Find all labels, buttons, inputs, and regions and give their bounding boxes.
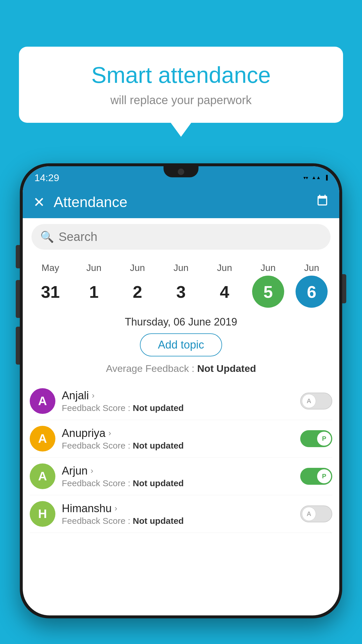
status-time: 14:29 <box>34 172 59 183</box>
search-icon: 🔍 <box>40 230 54 243</box>
avg-feedback-value: Not Updated <box>197 363 256 374</box>
toggle-track: P <box>300 468 332 485</box>
battery-icon: ▐ <box>324 175 328 180</box>
date-number: 4 <box>208 276 240 308</box>
date-month: May <box>41 262 59 273</box>
toggle-track: A <box>300 505 332 522</box>
app-bar: ✕ Attendance <box>23 186 339 218</box>
attendance-toggle[interactable]: A <box>300 505 332 522</box>
speech-bubble: Smart attendance will replace your paper… <box>19 47 343 123</box>
student-row[interactable]: AAnupriya ›Feedback Score : Not updatedP <box>30 420 332 458</box>
date-item[interactable]: Jun1 <box>75 262 113 308</box>
add-topic-button[interactable]: Add topic <box>140 333 222 356</box>
date-month: Jun <box>130 262 145 273</box>
selected-date-label: Thursday, 06 June 2019 <box>23 316 339 328</box>
date-item[interactable]: May31 <box>31 262 69 308</box>
toggle-thumb: P <box>317 432 331 446</box>
phone-container: 14:29 ▾▾ ▲▲ ▐ ✕ Attendance 🔍 <box>20 163 342 644</box>
student-row[interactable]: HHimanshu ›Feedback Score : Not updatedA <box>30 495 332 533</box>
avatar: A <box>30 388 55 414</box>
toggle-track: P <box>300 430 332 447</box>
date-month: Jun <box>86 262 101 273</box>
volume-down-button[interactable] <box>16 280 20 318</box>
phone-outer: 14:29 ▾▾ ▲▲ ▐ ✕ Attendance 🔍 <box>20 163 342 618</box>
toggle-thumb: A <box>302 507 316 521</box>
feedback-score: Feedback Score : Not updated <box>62 441 294 451</box>
date-item[interactable]: Jun6 <box>293 262 331 308</box>
search-bar[interactable]: 🔍 <box>31 224 331 250</box>
student-row[interactable]: AArjun ›Feedback Score : Not updatedP <box>30 458 332 495</box>
date-month: Jun <box>173 262 189 273</box>
signal-icon: ▲▲ <box>312 175 321 180</box>
student-name: Anupriya › <box>62 427 294 440</box>
bubble-subtitle: will replace your paperwork <box>36 94 326 107</box>
phone-screen: 14:29 ▾▾ ▲▲ ▐ ✕ Attendance 🔍 <box>23 166 339 615</box>
student-name: Arjun › <box>62 465 294 477</box>
attendance-toggle[interactable]: P <box>300 430 332 447</box>
date-item[interactable]: Jun2 <box>119 262 157 308</box>
attendance-toggle[interactable]: A <box>300 393 332 410</box>
avg-feedback: Average Feedback : Not Updated <box>23 363 339 374</box>
date-item[interactable]: Jun4 <box>205 262 243 308</box>
toggle-thumb: A <box>302 394 316 408</box>
date-month: Jun <box>261 262 276 273</box>
app-title: Attendance <box>54 194 307 211</box>
date-number: 31 <box>34 276 66 308</box>
chevron-icon: › <box>108 428 111 438</box>
date-number: 6 <box>296 276 328 308</box>
date-number: 1 <box>78 276 110 308</box>
date-strip: May31Jun1Jun2Jun3Jun4Jun5Jun6 <box>23 256 339 308</box>
avg-feedback-label: Average Feedback : <box>106 363 194 374</box>
date-number: 3 <box>165 276 197 308</box>
feedback-score: Feedback Score : Not updated <box>62 478 294 488</box>
date-month: Jun <box>304 262 319 273</box>
notch <box>164 166 198 177</box>
chevron-icon: › <box>91 466 93 475</box>
chevron-icon: › <box>92 391 94 400</box>
status-icons: ▾▾ ▲▲ ▐ <box>303 175 328 181</box>
student-info: Anupriya ›Feedback Score : Not updated <box>62 427 294 451</box>
date-item[interactable]: Jun5 <box>249 262 287 308</box>
silent-button[interactable] <box>16 327 20 365</box>
avatar: A <box>30 463 55 489</box>
toggle-track: A <box>300 393 332 410</box>
student-name: Himanshu › <box>62 502 294 515</box>
search-input[interactable] <box>59 230 322 244</box>
student-row[interactable]: AAnjali ›Feedback Score : Not updatedA <box>30 382 332 420</box>
date-item[interactable]: Jun3 <box>162 262 200 308</box>
student-name: Anjali › <box>62 389 294 402</box>
date-number: 5 <box>252 276 284 308</box>
camera-dot <box>178 169 184 175</box>
chevron-icon: › <box>115 504 117 513</box>
close-button[interactable]: ✕ <box>33 194 45 210</box>
student-info: Himanshu ›Feedback Score : Not updated <box>62 502 294 526</box>
student-info: Anjali ›Feedback Score : Not updated <box>62 389 294 413</box>
attendance-toggle[interactable]: P <box>300 468 332 485</box>
calendar-button[interactable] <box>316 194 329 210</box>
avatar: H <box>30 501 55 527</box>
date-number: 2 <box>122 276 154 308</box>
avatar: A <box>30 426 55 452</box>
feedback-score: Feedback Score : Not updated <box>62 516 294 526</box>
bubble-title: Smart attendance <box>36 63 326 88</box>
toggle-thumb: P <box>317 469 331 483</box>
student-list: AAnjali ›Feedback Score : Not updatedAAA… <box>23 382 339 533</box>
date-month: Jun <box>217 262 232 273</box>
student-info: Arjun ›Feedback Score : Not updated <box>62 465 294 488</box>
volume-up-button[interactable] <box>16 245 20 268</box>
power-button[interactable] <box>342 274 346 303</box>
wifi-icon: ▾▾ <box>303 175 308 181</box>
feedback-score: Feedback Score : Not updated <box>62 403 294 413</box>
